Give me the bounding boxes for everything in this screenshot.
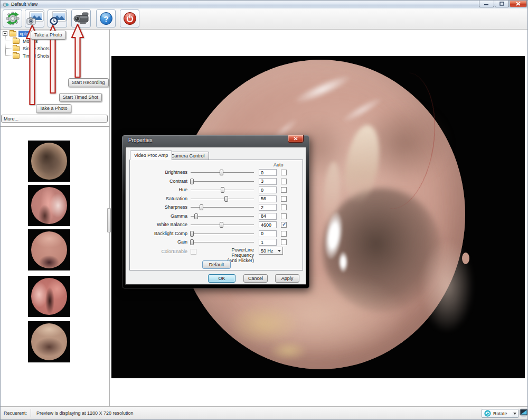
slider-value-input[interactable] <box>259 221 277 228</box>
rotate-label: Rotate <box>493 411 507 416</box>
chevron-down-icon <box>278 250 281 252</box>
slider-track[interactable] <box>191 195 254 202</box>
slider-value-input[interactable] <box>259 239 277 246</box>
slider-thumb[interactable] <box>190 231 194 237</box>
slider-label: Saturation <box>130 196 187 201</box>
slider-track[interactable] <box>191 178 254 185</box>
maximize-button[interactable] <box>495 1 509 7</box>
auto-checkbox[interactable] <box>281 204 287 210</box>
slider-track[interactable] <box>191 169 254 176</box>
slider-thumb[interactable] <box>220 222 223 228</box>
auto-checkbox[interactable] <box>281 231 287 237</box>
rotate-button[interactable]: Rotate <box>482 409 512 418</box>
auto-checkbox[interactable] <box>281 187 287 193</box>
powerline-frequency-select[interactable]: 50 Hz <box>259 247 283 255</box>
tree-guide <box>5 55 12 56</box>
endoscope-thumb-image <box>31 187 67 224</box>
ok-button[interactable]: OK <box>208 274 235 283</box>
tooltip-take-a-photo: Take a Photo <box>31 31 66 40</box>
slider-row: Gamma <box>130 213 303 220</box>
slider-value-input[interactable] <box>259 186 277 193</box>
slider-value-input[interactable] <box>259 195 277 202</box>
slider-row: Brightness <box>130 169 303 176</box>
slider-row: Backlight Comp <box>130 230 303 237</box>
slider-label: White Balance <box>130 222 187 227</box>
monitor-icon <box>520 408 528 418</box>
slider-track[interactable] <box>191 204 254 211</box>
slider-track[interactable] <box>191 239 254 246</box>
dialog-close-button[interactable] <box>288 135 304 143</box>
rotate-dropdown-button[interactable] <box>512 409 518 418</box>
slider-track[interactable] <box>191 186 254 193</box>
tab-camera-control[interactable]: Camera Control <box>167 152 209 160</box>
slider-track-line <box>191 199 254 200</box>
photo-clock-icon <box>49 11 67 26</box>
thumbnail-1[interactable] <box>28 141 70 182</box>
auto-checkbox[interactable] <box>281 239 287 245</box>
slider-thumb[interactable] <box>190 239 194 245</box>
slider-label: Backlight Comp <box>130 231 187 236</box>
cancel-button[interactable]: Cancel <box>243 274 268 283</box>
slider-track[interactable] <box>191 230 254 237</box>
auto-checkbox[interactable] <box>281 213 287 219</box>
svg-text:?: ? <box>103 14 108 23</box>
endoscope-thumb-image <box>31 143 67 180</box>
auto-checkbox[interactable] <box>281 170 287 175</box>
app-icon <box>3 2 9 8</box>
color-enable-checkbox[interactable] <box>191 249 196 255</box>
slider-thumb[interactable] <box>190 179 194 184</box>
properties-dialog: Properties Video Proc Amp Camera Control… <box>122 135 309 288</box>
slider-thumb[interactable] <box>220 170 223 175</box>
auto-checkbox[interactable] <box>281 222 287 228</box>
slider-value-input[interactable] <box>259 204 277 211</box>
panel-splitter[interactable] <box>107 208 111 232</box>
folder-icon <box>13 39 20 44</box>
power-button[interactable] <box>120 10 139 27</box>
default-button[interactable]: Default <box>202 260 231 269</box>
slider-thumb[interactable] <box>224 196 228 202</box>
minimize-button[interactable] <box>479 1 494 7</box>
application-window: Default View <box>0 0 528 420</box>
slider-value-input[interactable] <box>259 213 277 220</box>
slider-track-line <box>191 242 254 243</box>
settings-button[interactable] <box>3 10 22 27</box>
help-button[interactable]: ? <box>96 10 116 27</box>
slider-value-input[interactable] <box>259 169 277 176</box>
slider-thumb[interactable] <box>221 187 224 193</box>
slider-thumb[interactable] <box>200 204 203 210</box>
close-icon <box>294 137 298 141</box>
tree-guide <box>5 35 6 56</box>
slider-row: Saturation <box>130 195 303 202</box>
color-enable-label: ColorEnable <box>130 249 187 254</box>
apply-button[interactable]: Apply <box>275 274 299 283</box>
slider-track-line <box>191 216 254 217</box>
thumbnail-3[interactable] <box>28 229 70 270</box>
tree-expander-icon[interactable] <box>3 31 7 36</box>
fullscreen-button[interactable] <box>520 408 528 418</box>
auto-checkbox[interactable] <box>281 196 287 202</box>
slider-label: Gamma <box>130 213 187 219</box>
more-button[interactable]: More... <box>1 115 108 123</box>
slider-value-input[interactable] <box>259 230 277 237</box>
maximize-icon <box>499 2 504 6</box>
close-button[interactable] <box>510 1 527 7</box>
tab-video-proc-amp[interactable]: Video Proc Amp <box>130 151 172 160</box>
auto-column-header: Auto <box>274 162 295 167</box>
slider-track-line <box>191 234 254 235</box>
slider-thumb[interactable] <box>194 213 198 219</box>
tab-page: Auto Brightness Contrast Hue Saturation <box>129 160 303 270</box>
callout-take-a-photo: Take a Photo <box>36 104 71 113</box>
powerline-frequency-value: 50 Hz <box>261 248 274 254</box>
thumbnail-4[interactable] <box>28 276 70 317</box>
divider <box>31 409 31 417</box>
slider-row: Gain <box>130 239 303 246</box>
slider-value-input[interactable] <box>259 178 277 185</box>
gear-refresh-icon <box>5 11 20 26</box>
auto-checkbox[interactable] <box>281 179 287 184</box>
thumbnail-5[interactable] <box>28 321 70 362</box>
slider-row: Hue <box>130 186 303 193</box>
slider-track[interactable] <box>191 221 254 228</box>
thumbnail-2[interactable] <box>28 185 70 226</box>
annotation-arrow <box>71 24 84 78</box>
slider-track[interactable] <box>191 213 254 220</box>
